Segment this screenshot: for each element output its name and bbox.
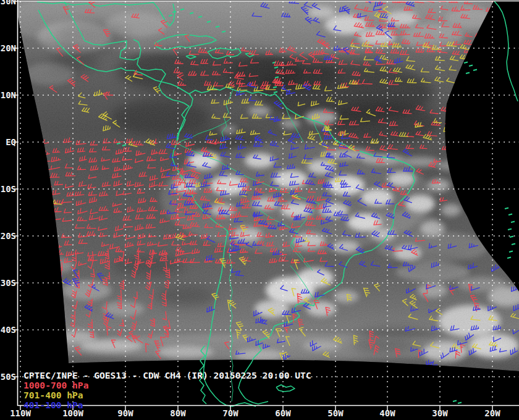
legend-item-high: 401-100 hPa xyxy=(23,400,88,410)
lon-label: 50W xyxy=(327,408,344,418)
lon-label: 40W xyxy=(379,408,395,418)
lon-label: 80W xyxy=(170,408,186,418)
legend-item-low: 1000-700 hPa xyxy=(23,380,88,390)
satellite-map-canvas: 30N20N10NEQ10S20S30S40S50S110W100W90W80W… xyxy=(0,0,519,420)
lat-label: 10N xyxy=(1,90,16,100)
goes13-cdw-satellite-wind-image: 30N20N10NEQ10S20S30S40S50S110W100W90W80W… xyxy=(0,0,519,420)
lat-label: 50S xyxy=(1,372,16,382)
lon-label: 20W xyxy=(484,408,500,418)
lon-label: 70W xyxy=(222,408,238,418)
lon-label: 60W xyxy=(275,408,291,418)
pressure-level-legend: 1000-700 hPa 701-400 hPa 401-100 hPa xyxy=(23,380,88,410)
lat-label: 20N xyxy=(1,43,16,53)
legend-item-mid: 701-400 hPa xyxy=(23,390,88,400)
lat-label: 10S xyxy=(1,184,16,194)
lat-label: 30S xyxy=(1,278,16,288)
lat-label: 40S xyxy=(1,325,16,335)
lat-label: EQ xyxy=(6,137,16,147)
lat-label: 20S xyxy=(1,231,16,241)
lat-label: 30N xyxy=(1,0,16,6)
lon-label: 30W xyxy=(432,408,448,418)
image-title: CPTEC/INPE - GOES13 - CDW CH4 (IR) 20150… xyxy=(23,370,311,380)
lon-label: 90W xyxy=(117,408,133,418)
